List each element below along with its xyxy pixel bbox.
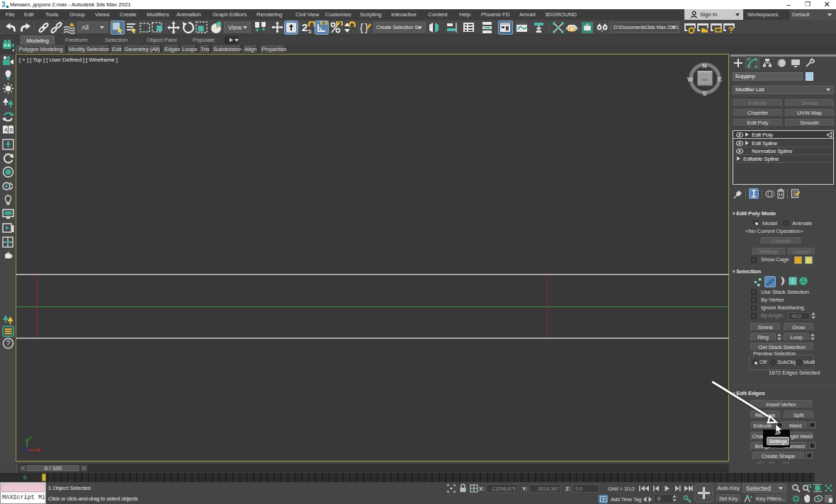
svg-text:S: S bbox=[703, 90, 707, 97]
svg-text:N: N bbox=[702, 62, 707, 69]
svg-text:+: + bbox=[719, 29, 722, 34]
svg-text:{: { bbox=[360, 22, 363, 33]
svg-text:A: A bbox=[4, 127, 8, 132]
svg-text:5: 5 bbox=[308, 28, 312, 34]
svg-text:2: 2 bbox=[302, 21, 307, 33]
svg-text:?: ? bbox=[6, 340, 11, 348]
svg-text:3: 3 bbox=[1, 1, 6, 8]
svg-text:B: B bbox=[10, 127, 13, 132]
svg-text:y: y bbox=[29, 435, 32, 440]
svg-text:W: W bbox=[687, 76, 694, 83]
svg-text:top: top bbox=[702, 77, 708, 81]
svg-text:E: E bbox=[718, 76, 722, 83]
